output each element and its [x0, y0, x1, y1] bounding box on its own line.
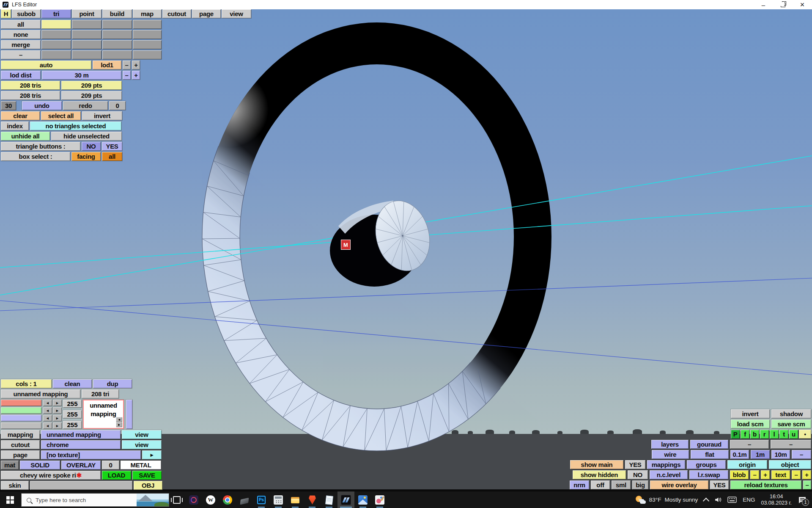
window-title: LFS Editor — [12, 2, 37, 8]
search-placeholder: Type here to search — [36, 497, 86, 503]
minimize-button[interactable]: – — [754, 0, 773, 9]
green-value[interactable]: 255 — [63, 410, 82, 418]
chrome-icon[interactable] — [219, 491, 236, 508]
calculator-glyph — [274, 495, 283, 505]
close-button[interactable]: × — [793, 0, 812, 9]
blue-channel-slider[interactable] — [1, 415, 41, 421]
lfs-editor-glyph — [341, 495, 351, 505]
mapping-name-box[interactable]: unnamed mapping ◄ ► — [83, 400, 124, 429]
weather-temperature: 83°F — [649, 497, 661, 503]
mapping-prev-arrow[interactable]: ◄ — [116, 417, 122, 422]
clock[interactable]: 16:04 03.08.2023 г. — [761, 494, 792, 506]
task-view-glyph — [173, 496, 181, 504]
wikipedia-icon[interactable] — [202, 491, 219, 508]
volume-icon[interactable] — [714, 496, 721, 503]
red-inc-arrow[interactable]: ► — [53, 400, 62, 406]
restore-button[interactable] — [773, 0, 793, 9]
file-explorer-icon[interactable] — [287, 491, 304, 508]
blue-inc-arrow[interactable]: ► — [53, 415, 62, 421]
brave-glyph — [308, 495, 317, 505]
photos-icon[interactable] — [354, 491, 371, 508]
green-inc-arrow[interactable]: ► — [53, 407, 62, 414]
task-view-icon[interactable] — [168, 491, 185, 508]
weather-icon — [636, 496, 646, 504]
green-channel-slider[interactable] — [1, 407, 41, 414]
search-icon — [27, 498, 31, 502]
red-value[interactable]: 255 — [63, 400, 82, 408]
wikipedia-glyph — [206, 495, 215, 505]
clock-date: 03.08.2023 г. — [761, 500, 792, 506]
3d-viewport[interactable] — [0, 0, 812, 508]
mapping-next-arrow[interactable]: ► — [116, 422, 122, 427]
brave-icon[interactable] — [304, 491, 321, 508]
steam-icon[interactable] — [236, 491, 253, 508]
weather-condition: Mostly sunny — [664, 497, 698, 503]
file-explorer-glyph — [291, 495, 300, 505]
photoshop-glyph — [257, 496, 266, 504]
taskbar-icons — [168, 491, 388, 508]
mapping-name-line2: mapping — [84, 410, 123, 417]
notepad-glyph — [325, 495, 333, 505]
browser-globe-glyph — [189, 495, 198, 505]
language-indicator[interactable]: ENG — [743, 497, 755, 503]
tray-expand-icon[interactable] — [703, 498, 710, 505]
clock-time: 16:04 — [761, 494, 792, 500]
chrome-glyph — [223, 495, 232, 505]
mapping-name-line1: unnamed — [84, 402, 123, 409]
gray-dec-arrow[interactable]: ◄ — [43, 422, 52, 429]
gray-inc-arrow[interactable]: ► — [53, 422, 62, 429]
search-landscape-image — [137, 494, 169, 506]
notepad-icon[interactable] — [321, 491, 337, 508]
lfs-app-icon — [3, 2, 8, 8]
lfs-editor-window: M LFS Editor – × Hsubobtripointbuildmapc… — [0, 0, 812, 508]
red-dec-arrow[interactable]: ◄ — [43, 400, 52, 406]
paint-glyph — [375, 495, 384, 505]
taskbar: Type here to search 83°F Mostly sunny EN… — [0, 491, 812, 508]
notifications-button[interactable]: 1 — [798, 495, 807, 505]
photoshop-icon[interactable] — [253, 491, 270, 508]
system-tray: 83°F Mostly sunny ENG 16:04 03.08.2023 г… — [636, 491, 812, 508]
green-dec-arrow[interactable]: ◄ — [43, 407, 52, 414]
notification-count-badge: 1 — [802, 499, 809, 506]
weather-widget[interactable]: 83°F Mostly sunny — [636, 496, 698, 504]
mapping-scrollbar[interactable] — [126, 400, 132, 429]
restore-icon — [781, 3, 785, 7]
photos-glyph — [358, 495, 368, 505]
browser-globe-icon[interactable] — [185, 491, 202, 508]
keyboard-icon[interactable] — [727, 497, 737, 503]
blue-value[interactable]: 255 — [63, 421, 82, 429]
start-button[interactable] — [0, 491, 20, 508]
search-box[interactable]: Type here to search — [21, 493, 169, 507]
paint-icon[interactable] — [371, 491, 388, 508]
calculator-icon[interactable] — [270, 491, 287, 508]
gray-channel-slider[interactable] — [1, 422, 41, 429]
steam-glyph — [240, 497, 249, 505]
lfs-editor-icon[interactable] — [337, 491, 354, 508]
red-channel-slider[interactable] — [1, 400, 41, 406]
blue-dec-arrow[interactable]: ◄ — [43, 415, 52, 421]
windows-logo-icon — [6, 496, 14, 504]
title-bar: LFS Editor – × — [0, 0, 812, 9]
mapping-colour-panel: ◄ ► ◄ ► ◄ ► ◄ ► 255 255 255 unnamed mapp… — [1, 400, 133, 429]
mapping-marker[interactable]: M — [341, 240, 351, 250]
